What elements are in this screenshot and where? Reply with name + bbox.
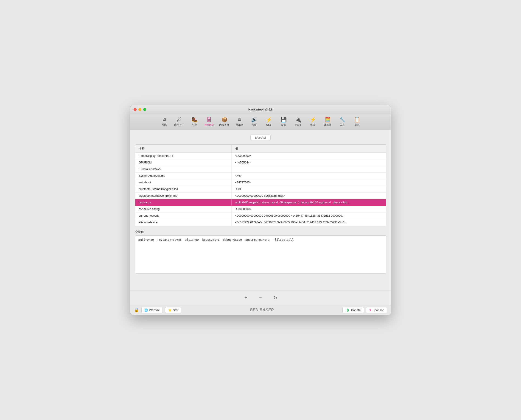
table-row[interactable]: current-network <00000000 00000000 04000… [135,212,386,219]
toolbar-item-nvram[interactable]: 🗄 NVRAM [202,116,216,128]
cell-name: SystemAudioVolume [135,173,232,179]
dollar-icon: 💲 [346,308,350,312]
table-row[interactable]: efi-boot-device-data <02010c00 d041030a … [135,226,386,226]
cell-value: <00000000> [232,153,386,159]
table-header: 名称 值 [135,145,386,153]
star-icon: ⭐ [168,308,172,312]
toolbar-label-display: 显示器 [236,123,243,127]
statusbar-right: 💲 Donate ♥ Sponsor [342,307,387,313]
statusbar-left: 🔒 🌐 Website ⭐ Star [134,307,182,313]
cell-value: <3c617272 61793e3c 64696374 3e3c6b65 793… [232,219,386,225]
toolbar-label-audio: 音频 [252,123,257,127]
lock-icon: 🔒 [134,308,139,313]
toolbar-item-audio[interactable]: 🔊 音频 [247,116,261,128]
donate-button[interactable]: 💲 Donate [342,307,364,313]
table-row[interactable]: csr-active-config <03080000> [135,206,386,212]
cell-value: <00000000 00000000 89653a55 4d3f> [232,193,386,199]
toolbar-item-patch[interactable]: 🖊 应用补丁 [172,116,187,128]
sponsor-button[interactable]: ♥ Sponsor [366,307,387,313]
system-icon: 🖥 [162,117,167,122]
star-label: Star [173,308,178,312]
usb-icon: ⚡ [266,117,272,122]
cell-name: bluetoothInternalControllerInfo [135,193,232,199]
kext-icon: 📦 [221,117,227,122]
window-title: Hackintool v3.9.8 [248,108,273,111]
audio-icon: 🔊 [251,117,257,122]
cell-name: auto-boot [135,179,232,186]
cell-name: csr-active-config [135,206,232,212]
traffic-lights [133,108,146,111]
add-button[interactable]: + [242,294,250,302]
toolbar-item-kext[interactable]: 📦 内核扩展 [217,116,232,128]
variable-value-label: 变量值 [135,230,386,234]
toolbar-label-patch: 应用补丁 [174,123,184,127]
remove-button[interactable]: − [257,294,264,302]
table-row[interactable]: SystemAudioVolume <46> [135,173,386,179]
cell-name: current-network [135,212,232,219]
nvram-tab[interactable]: NVRAM [250,135,271,141]
table-row[interactable]: bluetoothExternalDongleFailed <00> [135,186,386,193]
toolbar-item-tools[interactable]: 🔧 工具 [335,116,349,128]
variable-value-textarea[interactable] [138,238,383,270]
toolbar-label-nvram: NVRAM [204,123,214,126]
table-row[interactable]: ForceDisplayRotationInEFI <00000000> [135,153,386,159]
cell-value: <03080000> [232,206,386,212]
toolbar-item-disk[interactable]: 💾 磁盘 [277,116,290,128]
statusbar: 🔒 🌐 Website ⭐ Star BEN BAKER 💲 Donate ♥ … [130,305,391,315]
toolbar-item-wizard[interactable]: 🥾 引导 [187,116,201,128]
app-window: Hackintool v3.9.8 🖥 系统 🖊 应用补丁 🥾 引导 🗄 NVR… [130,105,391,315]
cell-value: <74727565> [232,179,386,186]
refresh-button[interactable]: ↻ [271,294,279,302]
cell-name: efi-boot-device-data [135,226,232,226]
toolbar: 🖥 系统 🖊 应用补丁 🥾 引导 🗄 NVRAM 📦 内核扩展 🖥 显示器 🔊 … [130,114,391,130]
wizard-icon: 🥾 [191,117,198,122]
toolbar-item-power[interactable]: ⚡ 电源 [306,116,320,128]
disk-icon: 💾 [280,117,287,122]
display-icon: 🖥 [237,117,242,122]
table-row[interactable]: bluetoothInternalControllerInfo <0000000… [135,193,386,199]
tab-bar: NVRAM [135,135,386,141]
statusbar-center: BEN BAKER [184,308,340,312]
table-row[interactable]: auto-boot <74727565> [135,179,386,186]
donate-label: Donate [351,308,361,312]
toolbar-label-wizard: 引导 [192,123,197,127]
bottom-toolbar: + − ↻ [130,291,391,305]
toolbar-label-pcie: PCIe [295,123,301,126]
maximize-button[interactable] [143,108,146,111]
power-icon: ⚡ [310,117,316,122]
close-button[interactable] [133,108,137,111]
cell-value [232,166,386,172]
star-button[interactable]: ⭐ Star [165,307,181,313]
table-row[interactable]: GPUROM <4e555044> [135,159,386,166]
cell-name: IDInstallerDataV2 [135,166,232,172]
table-row[interactable]: boot-args amfi=0x80 revpatch=sbvmm alcid… [135,199,386,206]
cell-name: efi-boot-device [135,219,232,225]
toolbar-item-display[interactable]: 🖥 显示器 [233,116,246,128]
nvram-icon: 🗄 [207,117,212,122]
variable-value-container [135,235,386,273]
patch-icon: 🖊 [177,117,182,122]
toolbar-item-usb[interactable]: ⚡ USB [262,116,276,128]
cell-name: ForceDisplayRotationInEFI [135,153,232,159]
log-icon: 📋 [354,117,360,122]
cell-value: <46> [232,173,386,179]
variable-value-section: 变量值 [135,230,386,273]
table-body[interactable]: ForceDisplayRotationInEFI <00000000> GPU… [135,153,386,226]
website-button[interactable]: 🌐 Website [141,307,163,313]
toolbar-label-kext: 内核扩展 [219,123,229,127]
cell-name: bluetoothExternalDongleFailed [135,186,232,192]
cell-value: <00000000 00000000 04000500 0c000000 4e4… [232,212,386,219]
pcie-icon: 🔌 [295,117,301,122]
toolbar-item-pcie[interactable]: 🔌 PCIe [291,116,305,128]
table-row[interactable]: IDInstallerDataV2 [135,166,386,173]
tools-icon: 🔧 [339,117,345,122]
sponsor-label: Sponsor [373,308,383,312]
col-name-header: 名称 [135,145,232,152]
toolbar-item-calc[interactable]: 🧮 计算器 [321,116,334,128]
cell-name: GPUROM [135,159,232,166]
minimize-button[interactable] [138,108,141,111]
cell-value: amfi=0x80 revpatch=sbvmm alcid=60 keepsy… [232,199,386,206]
table-row[interactable]: efi-boot-device <3c617272 61793e3c 64696… [135,219,386,226]
toolbar-item-system[interactable]: 🖥 系统 [157,116,171,128]
toolbar-item-log[interactable]: 📋 日志 [350,116,364,128]
